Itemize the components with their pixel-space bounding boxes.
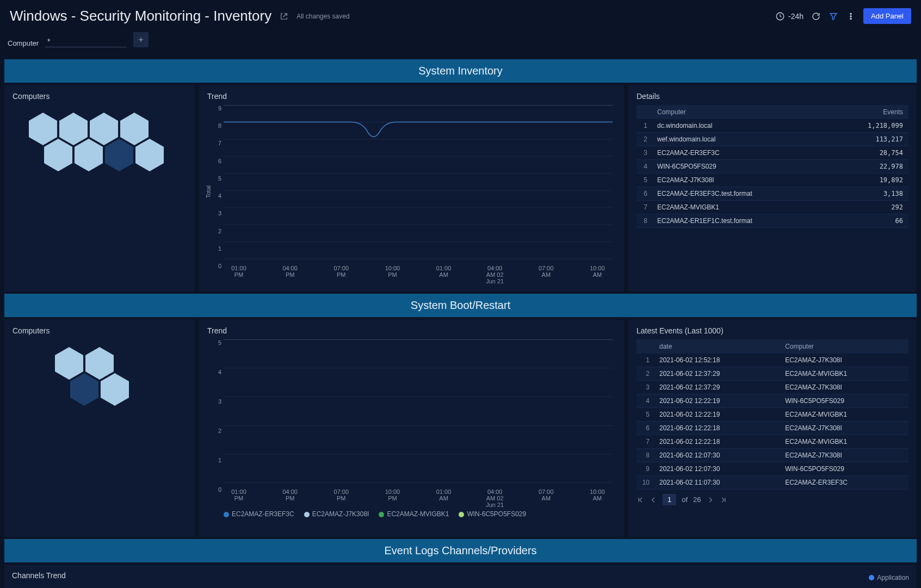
chart-legend: EC2AMAZ-ER3EF3CEC2AMAZ-J7K308IEC2AMAZ-MV… [207,510,616,518]
banner-inventory: System Inventory [4,59,917,83]
y-axis: 9876543210 [207,105,221,269]
table-row[interactable]: 5EC2AMAZ-J7K308I19,892 [636,174,908,187]
table-row[interactable]: 62021-06-02 12:22:18EC2AMAZ-J7K308I [636,422,908,435]
svg-point-2 [850,15,851,16]
add-filter-button[interactable] [133,32,149,47]
bar-column[interactable] [394,481,409,483]
x-axis: 01:00PM04:00PM07:00PM10:00PM 01:00AM04:0… [224,265,613,284]
table-row[interactable]: 82021-06-02 12:07:30EC2AMAZ-J7K308I [636,449,908,462]
bar-column[interactable] [348,481,362,483]
legend-label: Application [877,574,909,581]
computer-filter-input[interactable] [45,36,127,47]
table-row[interactable]: 2wef.windomain.local113,217 [636,133,908,146]
table-row[interactable]: 52021-06-02 12:22:19EC2AMAZ-MVIGBK1 [636,408,908,422]
table-row[interactable]: 72021-06-02 12:22:18EC2AMAZ-MVIGBK1 [636,435,908,449]
panel-inv-trend: Trend Total 9876543210 [199,85,624,292]
pager-of: of [682,496,688,504]
table-row[interactable]: 3EC2AMAZ-ER3EF3C28,754 [636,146,908,160]
legend-item[interactable]: WIN-6C5PO5FS029 [459,510,526,518]
table-row[interactable]: 1dc.windomain.local1,218,099 [636,119,908,133]
col-computer[interactable]: Computer [652,105,831,119]
panel-title: Trend [207,92,616,101]
bar-column[interactable] [240,482,254,483]
table-row[interactable]: 42021-06-02 12:22:19WIN-6C5PO5FS029 [636,394,908,408]
refresh-icon[interactable] [811,11,821,21]
bar-column[interactable] [271,482,285,483]
bar-column[interactable] [518,481,532,483]
x-axis: 01:00PM04:00PM07:00PM10:00PM 01:00AM04:0… [224,488,613,508]
bar-column[interactable] [487,481,501,483]
table-row[interactable]: 4WIN-6C5PO5FS02922,978 [636,160,908,174]
pager-current[interactable]: 1 [663,494,676,505]
panel-inv-computers: Computers [4,85,195,292]
line-chart-inventory[interactable]: Total 9876543210 01: [207,105,616,284]
time-range-label: -24h [788,12,803,21]
bar-column[interactable] [302,481,316,483]
y-axis: 543210 [207,339,221,493]
panel-boot-trend: Trend 543210 01:00PM04:00PM07:00PM10:00P… [199,319,624,537]
save-status: All changes saved [296,13,349,20]
legend-item[interactable]: EC2AMAZ-MVIGBK1 [379,510,449,518]
panel-channels-trend: Channels Trend Application 200k [4,565,917,588]
add-panel-button[interactable]: Add Panel [863,8,911,24]
details-table: Computer Events 1dc.windomain.local1,218… [636,105,908,228]
pager-prev-icon[interactable] [650,496,657,504]
bar-column[interactable] [472,481,486,483]
panel-inv-details: Details Computer Events 1dc.windomain.lo… [628,85,917,292]
banner-channels: Event Logs Channels/Providers [4,539,917,562]
filter-label: Computer [8,39,39,47]
clock-icon [775,11,785,21]
bar-column[interactable] [255,481,269,483]
panel-title: Channels Trend [12,571,66,580]
bar-column[interactable] [549,481,563,483]
bar-column[interactable] [332,481,347,483]
pager-last-icon[interactable] [720,496,727,504]
pager-next-icon[interactable] [707,496,714,504]
legend-dot-icon [869,575,874,580]
table-row[interactable]: 6EC2AMAZ-ER3EF3C.test.format3,138 [636,187,908,201]
table-row[interactable]: 22021-06-02 12:37:29EC2AMAZ-MVIGBK1 [636,367,908,381]
hex-chart-inventory[interactable] [13,105,187,181]
bar-column[interactable] [363,481,378,483]
share-icon[interactable] [279,11,289,21]
latest-events-table: date Computer 12021-06-02 12:52:18EC2AMA… [636,339,908,490]
bar-column[interactable] [502,481,516,483]
table-row[interactable]: 7EC2AMAZ-MVIGBK1292 [636,201,908,214]
stacked-bar-chart-boot[interactable]: 543210 01:00PM04:00PM07:00PM10:00PM 01:0… [207,339,616,508]
bar-column[interactable] [317,481,331,483]
bar-column[interactable] [579,481,594,483]
table-row[interactable]: 32021-06-02 12:37:29EC2AMAZ-J7K308I [636,381,908,394]
svg-point-3 [850,18,851,19]
bar-column[interactable] [456,481,470,483]
legend-item[interactable]: EC2AMAZ-J7K308I [304,510,369,518]
panel-title: Latest Events (Last 1000) [636,326,908,335]
kebab-icon[interactable] [846,11,856,21]
time-range-picker[interactable]: -24h [775,11,803,21]
bar-column[interactable] [533,482,547,483]
filter-bar: Computer [0,30,921,57]
legend-item[interactable]: EC2AMAZ-ER3EF3C [224,510,294,518]
panel-boot-computers: Computers [4,319,195,537]
table-row[interactable]: 102021-06-02 11:07:30EC2AMAZ-ER3EF3C [636,476,908,490]
table-row[interactable]: 12021-06-02 12:52:18EC2AMAZ-J7K308I [636,354,908,367]
hex-chart-boot[interactable] [13,339,187,416]
bar-column[interactable] [425,482,440,483]
svg-point-1 [850,13,851,14]
panel-title: Computers [13,326,187,335]
dashboard-title: Windows - Security Monitoring - Inventor… [10,8,271,24]
col-date[interactable]: date [654,339,780,354]
panel-title: Details [636,92,908,101]
bar-column[interactable] [564,481,578,483]
filter-icon[interactable] [829,11,838,21]
pager-first-icon[interactable] [636,496,644,504]
table-row[interactable]: 8EC2AMAZ-ER1EF1C.test.format66 [636,214,908,228]
panel-title: Trend [207,326,616,335]
bar-column[interactable] [286,481,300,483]
col-events[interactable]: Events [831,105,908,119]
panel-title: Computers [13,92,187,101]
bar-column[interactable] [379,481,393,483]
col-computer[interactable]: Computer [780,339,908,354]
bar-column[interactable] [410,482,424,483]
bar-column[interactable] [595,481,609,483]
table-row[interactable]: 92021-06-02 12:07:30WIN-6C5PO5FS029 [636,462,908,476]
